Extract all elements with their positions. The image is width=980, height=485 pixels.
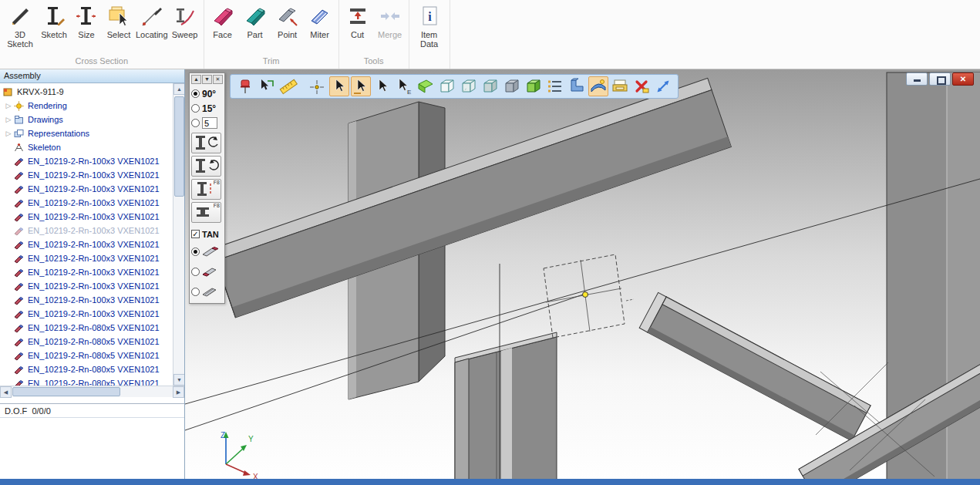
3d-viewport-scene[interactable]: Z Y X xyxy=(185,69,980,485)
cope-option-3[interactable] xyxy=(191,281,223,301)
tangent-option[interactable]: ✓ TAN xyxy=(191,227,223,241)
tree-item-part[interactable]: EN_10219-2-Rn-080x5 VXEN1021 xyxy=(0,362,173,376)
tree-item-part[interactable]: EN_10219-2-Rn-100x3 VXEN1021 xyxy=(0,182,173,196)
select-edge-icon[interactable] xyxy=(351,76,371,96)
angle-custom-option[interactable] xyxy=(191,116,223,130)
tree-item-part[interactable]: EN_10219-2-Rn-080x5 VXEN1021 xyxy=(0,376,173,386)
expand-arrow-icon[interactable]: ▷ xyxy=(3,116,14,123)
snap-point-marker[interactable] xyxy=(583,292,588,298)
maximize-button[interactable] xyxy=(929,72,951,86)
minimize-button[interactable] xyxy=(906,72,928,86)
tree-item-part[interactable]: EN_10219-2-Rn-100x3 VXEN1021 xyxy=(0,279,173,293)
wireframe-box-icon[interactable] xyxy=(437,76,457,96)
flip-section-button[interactable]: F8 xyxy=(191,179,221,200)
panel-up-button[interactable]: ▲ xyxy=(191,75,201,84)
scroll-left-button[interactable]: ◀ xyxy=(0,386,12,398)
select-vertex-icon[interactable] xyxy=(329,76,349,96)
mirror-section-button[interactable]: F8 xyxy=(191,202,221,223)
delete-icon[interactable] xyxy=(631,76,652,96)
3d-viewport[interactable]: Z Y X xyxy=(185,69,980,485)
radio-button[interactable] xyxy=(191,288,200,296)
panel-close-icon[interactable]: ✕ xyxy=(213,75,223,84)
tree-item-part[interactable]: EN_10219-2-Rn-100x3 VXEN1021 xyxy=(0,224,173,237)
size-button[interactable]: Size xyxy=(70,0,103,39)
cut-button[interactable]: Cut xyxy=(342,0,374,39)
item-data-button[interactable]: i Item Data xyxy=(412,0,447,49)
pin-icon[interactable] xyxy=(235,76,255,96)
sketch-button[interactable]: Sketch xyxy=(38,0,70,39)
bottom-edge-bar xyxy=(0,479,980,485)
attach-icon[interactable] xyxy=(257,76,277,96)
tree-item-part[interactable]: EN_10219-2-Rn-100x3 VXEN1021 xyxy=(0,307,173,321)
cope-option-2[interactable] xyxy=(191,261,223,281)
angle-custom-input[interactable] xyxy=(202,117,217,129)
tree-item-root[interactable]: KRVX-911-9 xyxy=(0,85,173,99)
scroll-down-button[interactable]: ▼ xyxy=(173,374,184,386)
select-green-face-icon[interactable] xyxy=(416,76,436,96)
tree-item-part[interactable]: EN_10219-2-Rn-080x5 VXEN1021 xyxy=(0,335,173,349)
expand-arrow-icon[interactable]: ▷ xyxy=(3,130,14,137)
radio-button[interactable] xyxy=(191,119,200,127)
tree-item-part[interactable]: EN_10219-2-Rn-080x5 VXEN1021 xyxy=(0,349,173,362)
rendered-box-icon[interactable] xyxy=(524,76,544,96)
close-button[interactable] xyxy=(952,72,974,86)
tree-item-part[interactable]: EN_10219-2-Rn-100x3 VXEN1021 xyxy=(0,210,173,224)
tree-item-representations[interactable]: ▷ Representations xyxy=(0,126,173,140)
angle-90-option[interactable]: 90° xyxy=(191,86,223,101)
angle-15-option[interactable]: 15° xyxy=(191,101,223,116)
select-button[interactable]: Select xyxy=(103,0,135,39)
tree-item-part[interactable]: EN_10219-2-Rn-100x3 VXEN1021 xyxy=(0,154,173,168)
tree-item-rendering[interactable]: ▷ Rendering xyxy=(0,99,173,113)
measure-icon[interactable] xyxy=(278,76,298,96)
horizontal-scroll-thumb[interactable] xyxy=(12,387,120,396)
model-tree-icon[interactable] xyxy=(545,76,565,96)
tree-item-part[interactable]: EN_10219-2-Rn-100x3 VXEN1021 xyxy=(0,293,173,307)
expand-arrow-icon[interactable]: ▷ xyxy=(3,102,14,109)
scroll-up-button[interactable]: ▲ xyxy=(173,83,184,95)
tan-checkbox[interactable]: ✓ xyxy=(191,230,200,238)
tree-item-part[interactable]: EN_10219-2-Rn-100x3 VXEN1021 xyxy=(0,237,173,251)
part-icon xyxy=(14,309,25,319)
locating-button[interactable]: Locating xyxy=(135,0,169,39)
hidden-line-box-icon[interactable] xyxy=(459,76,479,96)
trim-point-button[interactable]: Point xyxy=(271,0,304,39)
tree-item-part[interactable]: EN_10219-2-Rn-100x3 VXEN1021 xyxy=(0,168,173,182)
tree-item-part[interactable]: EN_10219-2-Rn-100x3 VXEN1021 xyxy=(0,251,173,265)
radio-button[interactable] xyxy=(191,104,200,113)
merge-button[interactable]: Merge xyxy=(374,0,406,39)
tree-horizontal-scrollbar[interactable]: ◀ ▶ xyxy=(0,386,184,397)
scroll-right-button[interactable]: ▶ xyxy=(173,386,184,398)
shaded-wire-box-icon[interactable] xyxy=(480,76,500,96)
cope-option-1[interactable] xyxy=(191,241,223,261)
trim-face-button[interactable]: Face xyxy=(207,0,239,39)
surface-icon[interactable] xyxy=(588,76,608,96)
shaded-box-icon[interactable] xyxy=(502,76,522,96)
radio-button[interactable] xyxy=(191,268,200,276)
beam-bottom-channel[interactable] xyxy=(455,332,557,485)
miter-button[interactable]: Miter xyxy=(304,0,336,39)
tree-item-part[interactable]: EN_10219-2-Rn-100x3 VXEN1021 xyxy=(0,196,173,210)
tree-item-label: EN_10219-2-Rn-100x3 VXEN1021 xyxy=(25,281,160,291)
radio-button[interactable] xyxy=(191,89,200,98)
drawing-sheet-icon[interactable] xyxy=(610,76,630,96)
tree-item-skeleton[interactable]: Skeleton xyxy=(0,140,173,154)
profile-icon[interactable] xyxy=(567,76,587,96)
snap-point-icon[interactable] xyxy=(308,76,328,96)
tree-item-part[interactable]: EN_10219-2-Rn-080x5 VXEN1021 xyxy=(0,321,173,335)
tree-item-part[interactable]: EN_10219-2-Rn-100x3 VXEN1021 xyxy=(0,265,173,279)
rotate-section-ccw-button[interactable] xyxy=(191,133,221,153)
sweep-label: Sweep xyxy=(171,29,199,39)
3d-sketch-button[interactable]: 3D Sketch xyxy=(2,0,38,49)
panel-down-button[interactable]: ▼ xyxy=(202,75,212,84)
sweep-button[interactable]: Sweep xyxy=(169,0,201,39)
rotate-section-cw-button[interactable] xyxy=(191,156,221,177)
tree-item-drawings[interactable]: ▷ Drawings xyxy=(0,113,173,126)
transfer-arrows-icon[interactable] xyxy=(653,76,673,96)
tree-vertical-scrollbar[interactable]: ▲ ▼ xyxy=(173,83,184,386)
radio-button[interactable] xyxy=(191,248,200,256)
trim-part-button[interactable]: Part xyxy=(239,0,271,39)
vertical-scroll-thumb[interactable] xyxy=(174,96,184,197)
select-face-icon[interactable] xyxy=(372,76,392,96)
select-element-icon[interactable]: E xyxy=(394,76,414,96)
tree-item-label: EN_10219-2-Rn-080x5 VXEN1021 xyxy=(25,351,160,360)
